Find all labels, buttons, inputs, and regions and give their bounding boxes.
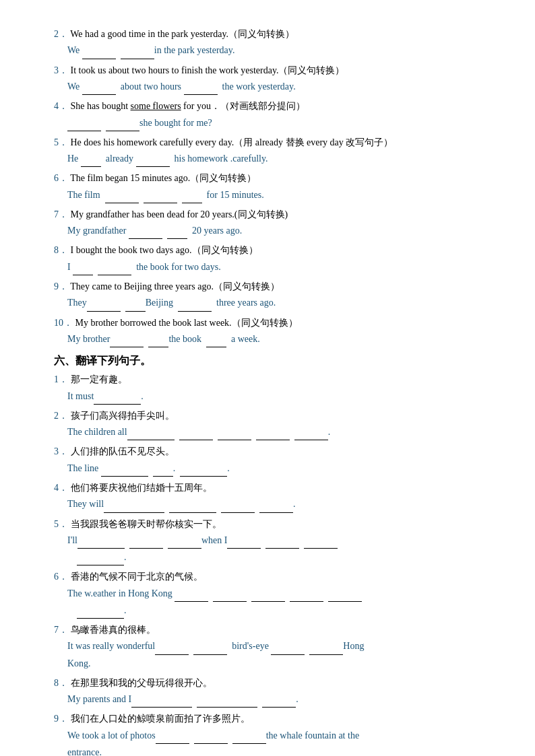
list-item: 9． They came to Beijing three years ago.…: [54, 279, 495, 312]
list-item: 8． I bought the book two days ago.（同义句转换…: [54, 243, 495, 275]
blank-field[interactable]: [101, 466, 148, 477]
answer-line: We about two hours the work yesterday.: [67, 78, 495, 95]
answer-line: It must.: [67, 388, 495, 405]
blank-field[interactable]: [94, 394, 141, 405]
blank-field[interactable]: [82, 48, 116, 59]
chinese-text: 当我跟我爸爸聊天时帮你核实一下。: [71, 519, 222, 529]
blank-field[interactable]: [262, 697, 296, 708]
blank-field[interactable]: [197, 697, 257, 708]
question-text: I bought the book two days ago.（同义句转换）: [71, 245, 258, 255]
chinese-text: 在那里我和我的父母玩得很开心。: [71, 678, 212, 688]
list-item: 6． The film began 15 minutes ago.（同义句转换）…: [54, 171, 495, 203]
blank-field[interactable]: [259, 502, 293, 513]
blank-field[interactable]: [67, 121, 101, 131]
blank-field[interactable]: [251, 591, 285, 602]
blank-field[interactable]: [232, 733, 266, 744]
blank-field[interactable]: [87, 301, 121, 312]
blank-field[interactable]: [193, 644, 227, 655]
blank-field[interactable]: [218, 429, 251, 440]
blank-field[interactable]: [144, 193, 177, 203]
answer-line: We took a lot of photos the whale founta…: [67, 727, 495, 756]
item-number: 6．: [54, 572, 68, 582]
list-item: 3． 人们排的队伍不见尽头。 The line . .: [54, 444, 495, 477]
blank-field[interactable]: [110, 337, 144, 347]
blank-field[interactable]: [206, 337, 226, 347]
list-item: 1． 那一定有趣。 It must.: [54, 372, 495, 405]
blank-field[interactable]: [121, 48, 154, 59]
blank-field[interactable]: [156, 733, 189, 744]
blank-field[interactable]: [168, 538, 201, 549]
blank-field[interactable]: [175, 591, 208, 602]
section-header: 六、翻译下列句子。: [54, 354, 495, 368]
blank-field[interactable]: [82, 84, 116, 95]
answer-line: The line . .: [67, 460, 495, 477]
answer-line: The w.eather in Hong Kong .: [67, 585, 495, 619]
blank-field[interactable]: [265, 538, 299, 549]
blank-field[interactable]: [290, 591, 323, 602]
blank-field[interactable]: [73, 265, 93, 275]
answer-line: They Beijing three years ago.: [67, 294, 495, 311]
item-number: 5．: [54, 519, 68, 529]
chinese-text: 鸟瞰香港真的很棒。: [71, 625, 156, 635]
blank-field[interactable]: [184, 84, 218, 95]
blank-field[interactable]: [309, 644, 343, 655]
blank-field[interactable]: [77, 538, 125, 549]
blank-field[interactable]: [125, 301, 146, 312]
blank-field[interactable]: [179, 429, 213, 440]
list-item: 3． It took us about two hours to finish …: [54, 63, 495, 96]
blank-field[interactable]: [180, 466, 227, 477]
blank-field[interactable]: [169, 502, 216, 513]
blank-field[interactable]: [294, 429, 328, 440]
blank-field[interactable]: [77, 555, 124, 565]
answer-line: I the book for two days.: [67, 259, 495, 275]
blank-field[interactable]: [98, 265, 131, 275]
blank-field[interactable]: [256, 429, 290, 440]
item-number: 9．: [54, 281, 68, 291]
blank-field[interactable]: [77, 608, 124, 619]
list-item: 5． He does his homework carefully every …: [54, 135, 495, 168]
blank-field[interactable]: [182, 193, 202, 203]
item-number: 8．: [54, 245, 68, 255]
blank-field[interactable]: [271, 644, 305, 655]
chinese-text: 孩子们高兴得拍手尖叫。: [71, 411, 175, 421]
answer-line: My brother the book a week.: [67, 331, 495, 347]
blank-field[interactable]: [104, 502, 164, 513]
chinese-text: 香港的气候不同于北京的气候。: [71, 572, 203, 582]
page-content: 2． We had a good time in the park yester…: [54, 27, 495, 756]
answer-line: He already his homework .carefully.: [67, 150, 495, 167]
list-item: 9． 我们在人口处的鲸喷泉前面拍了许多照片。 We took a lot of …: [54, 712, 495, 756]
item-number: 3．: [54, 65, 68, 75]
blank-field[interactable]: [167, 228, 187, 239]
blank-field[interactable]: [221, 502, 255, 513]
blank-field[interactable]: [227, 538, 261, 549]
item-number: 5．: [54, 137, 68, 147]
blank-field[interactable]: [153, 466, 173, 477]
list-item: 7． My grandfather has been dead for 20 y…: [54, 207, 495, 240]
answer-line: They will .: [67, 495, 495, 512]
blank-field[interactable]: [131, 697, 192, 708]
blank-field[interactable]: [129, 538, 163, 549]
blank-field[interactable]: [304, 538, 338, 549]
blank-field[interactable]: [155, 644, 189, 655]
item-number: 2．: [54, 29, 68, 39]
blank-field[interactable]: [136, 156, 170, 167]
question-text: He does his homework carefully every day…: [71, 137, 394, 147]
blank-field[interactable]: [148, 337, 168, 347]
item-number: 6．: [54, 173, 68, 183]
blank-field[interactable]: [328, 591, 362, 602]
blank-field[interactable]: [127, 429, 175, 440]
answer-line: We in the park yesterday.: [67, 42, 495, 59]
blank-field[interactable]: [106, 121, 139, 131]
blank-field[interactable]: [129, 228, 162, 239]
blank-field[interactable]: [81, 156, 101, 167]
list-item: 4． She has bought some flowers for you．（…: [54, 99, 495, 131]
blank-field[interactable]: [178, 301, 212, 312]
blank-field[interactable]: [213, 591, 247, 602]
question-text: My grandfather has been dead for 20 year…: [71, 209, 288, 219]
section-6: 六、翻译下列句子。 1． 那一定有趣。 It must. 2． 孩子们高兴得拍手…: [54, 354, 495, 756]
question-text: We had a good time in the park yesterday…: [70, 29, 294, 39]
item-number: 4．: [54, 101, 68, 111]
blank-field[interactable]: [105, 193, 139, 203]
question-text: My brother borrowed the book last week.（…: [75, 318, 298, 328]
blank-field[interactable]: [194, 733, 228, 744]
